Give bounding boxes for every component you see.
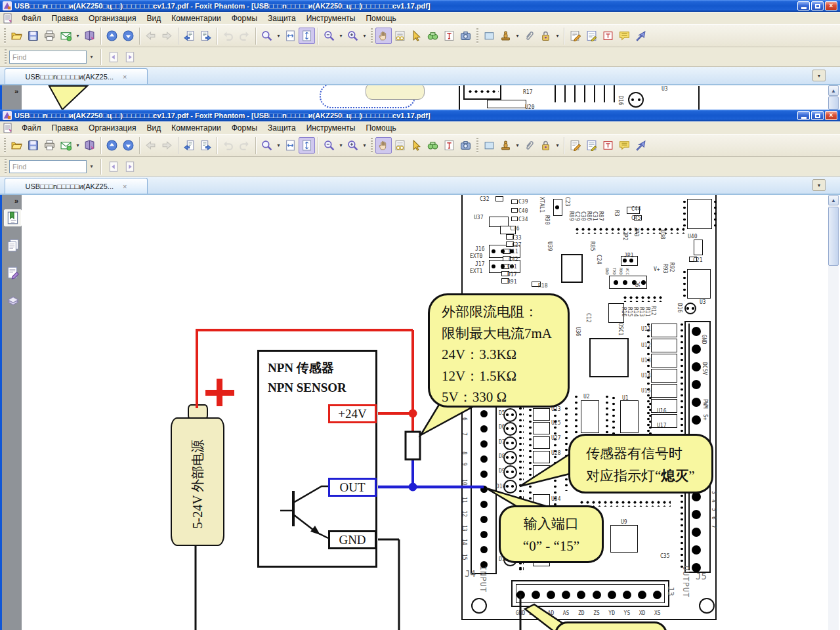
menu-item[interactable]: Помощь	[360, 12, 401, 24]
exportpages-button[interactable]	[198, 28, 214, 44]
textbox-button[interactable]	[600, 137, 616, 154]
navdown-button[interactable]	[120, 28, 136, 44]
menu-item[interactable]: Комментарии	[166, 12, 226, 24]
snapshot-button[interactable]	[457, 28, 474, 44]
hand-button[interactable]	[375, 137, 392, 154]
print-button[interactable]	[41, 28, 58, 44]
vertical-scrollbar[interactable]: ▲	[828, 85, 839, 110]
prevview-button[interactable]	[142, 137, 159, 154]
zoomin-button[interactable]	[345, 137, 361, 154]
importpages-button[interactable]	[181, 137, 198, 154]
organize-button[interactable]	[81, 137, 98, 154]
page-view-top[interactable]: » R17U3D16U20 ▲	[0, 85, 840, 110]
attachfile-button[interactable]	[521, 28, 537, 44]
dropdown-arrow-icon[interactable]: ▾	[74, 28, 81, 44]
selecttext-button[interactable]	[441, 137, 457, 154]
page-view[interactable]: » C32C39C40C34U37C36C33C27J16EXT0C11C42J…	[0, 195, 840, 630]
menu-item[interactable]: Организация	[83, 122, 141, 134]
find-previous-button[interactable]	[105, 158, 121, 175]
save-button[interactable]	[25, 28, 41, 44]
scroll-up-button[interactable]: ▲	[828, 85, 839, 96]
dropdown-arrow-icon[interactable]: ▾	[74, 137, 81, 154]
editdoc-button[interactable]	[567, 28, 583, 44]
tab-close-icon[interactable]: ×	[123, 182, 127, 190]
navup-button[interactable]	[104, 137, 120, 154]
dropdown-arrow-icon[interactable]: ▾	[514, 28, 521, 44]
close-button[interactable]: ×	[825, 1, 837, 10]
dropdown-arrow-icon[interactable]: ▾	[514, 137, 521, 154]
fitwidth-button[interactable]	[282, 137, 299, 154]
fitwidth-button[interactable]	[282, 28, 299, 44]
sidebar-panel-comments[interactable]	[4, 264, 22, 282]
attachfile-button[interactable]	[521, 137, 537, 154]
redo-button[interactable]	[236, 28, 253, 44]
restore-button[interactable]	[811, 1, 824, 10]
sidebar-panel-bookmarks[interactable]	[4, 209, 22, 226]
hand-button[interactable]	[375, 28, 392, 44]
find-options-dropdown[interactable]: ▾	[87, 51, 96, 64]
editform-button[interactable]	[583, 137, 600, 154]
zoomout-button[interactable]	[321, 28, 337, 44]
importpages-button[interactable]	[181, 28, 198, 44]
comment-button[interactable]	[616, 28, 633, 44]
scrollbar-thumb[interactable]	[828, 96, 839, 110]
menu-item[interactable]: Правка	[47, 12, 84, 24]
scrollbar-thumb[interactable]	[828, 207, 839, 266]
findbinoculars-button[interactable]	[425, 137, 441, 154]
dropdown-arrow-icon[interactable]: ▾	[275, 28, 282, 44]
document-tab[interactable]: USB□□□n□□□□□и(AKZ25... ×	[5, 68, 148, 84]
tab-list-dropdown[interactable]: ▾	[812, 179, 826, 191]
nextview-button[interactable]	[159, 137, 175, 154]
print-button[interactable]	[41, 137, 58, 154]
sidebar-panel-layers[interactable]	[4, 292, 22, 309]
textbox-button[interactable]	[600, 28, 616, 44]
menu-item[interactable]: Помощь	[360, 122, 401, 134]
selecttext-button[interactable]	[441, 28, 457, 44]
comment-button[interactable]	[616, 137, 633, 154]
dropdown-arrow-icon[interactable]: ▾	[275, 137, 282, 154]
zoomtool-button[interactable]	[259, 28, 275, 44]
dropdown-arrow-icon[interactable]: ▾	[554, 137, 561, 154]
undo-button[interactable]	[220, 28, 236, 44]
menu-item[interactable]: Формы	[226, 122, 262, 134]
dropdown-arrow-icon[interactable]: ▾	[361, 137, 368, 154]
open-button[interactable]	[9, 137, 25, 154]
prevview-button[interactable]	[142, 28, 159, 44]
menu-item[interactable]: Защита	[262, 122, 301, 134]
stamp-button[interactable]	[497, 28, 514, 44]
fitpage-button[interactable]	[299, 28, 315, 44]
reader-button[interactable]	[392, 137, 408, 154]
menu-item[interactable]: Защита	[262, 12, 301, 24]
organize-button[interactable]	[81, 28, 98, 44]
menu-item[interactable]: Формы	[226, 12, 262, 24]
zoomtool-button[interactable]	[259, 137, 275, 154]
lock-button[interactable]	[537, 28, 554, 44]
dropdown-arrow-icon[interactable]: ▾	[337, 137, 345, 154]
dropdown-arrow-icon[interactable]: ▾	[337, 28, 345, 44]
search-input[interactable]: Find	[9, 51, 87, 64]
menu-item[interactable]: Инструменты	[301, 12, 361, 24]
tab-list-dropdown[interactable]: ▾	[812, 70, 826, 81]
vertical-scrollbar[interactable]: ▲	[828, 195, 839, 630]
open-button[interactable]	[9, 28, 25, 44]
snapshot-button[interactable]	[457, 137, 474, 154]
menu-item[interactable]: Правка	[47, 122, 84, 134]
menu-item[interactable]: Комментарии	[166, 122, 226, 134]
navup-button[interactable]	[104, 28, 120, 44]
email-button[interactable]	[58, 137, 74, 154]
find-options-dropdown[interactable]: ▾	[87, 160, 96, 173]
close-button[interactable]: ×	[825, 111, 837, 120]
scroll-up-button[interactable]: ▲	[828, 195, 839, 205]
linkrect-button[interactable]	[481, 137, 497, 154]
search-input[interactable]: Find	[9, 160, 87, 173]
menu-item[interactable]: Файл	[16, 122, 47, 134]
stamp-button[interactable]	[497, 137, 514, 154]
fitpage-button[interactable]	[299, 137, 315, 154]
find-next-button[interactable]	[121, 49, 138, 65]
dropdown-arrow-icon[interactable]: ▾	[361, 28, 368, 44]
menu-item[interactable]: Инструменты	[301, 122, 361, 134]
dropdown-arrow-icon[interactable]: ▾	[554, 28, 561, 44]
minimize-button[interactable]	[797, 1, 810, 10]
select-button[interactable]	[408, 28, 425, 44]
find-previous-button[interactable]	[105, 49, 121, 65]
